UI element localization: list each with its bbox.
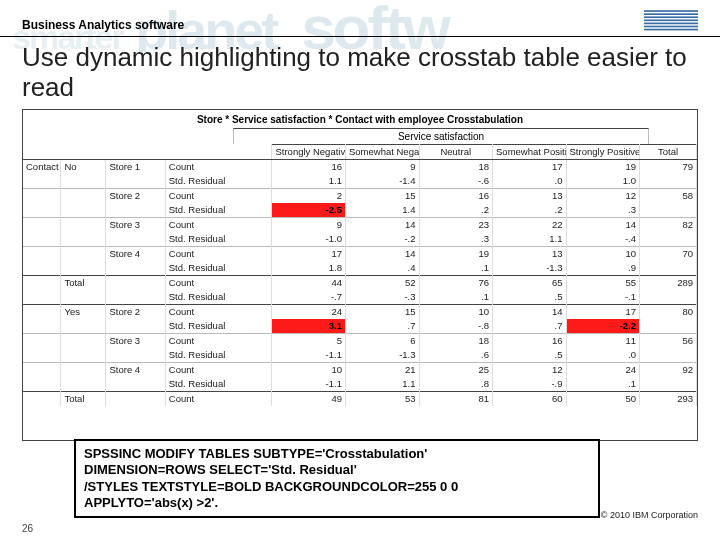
table-cell (106, 232, 165, 247)
table-cell: 15 (345, 304, 419, 319)
table-row: Std. Residual-1.0-.2.31.1-.4 (23, 232, 697, 247)
table-row: Std. Residual-1.11.1.8-.9.1 (23, 377, 697, 392)
table-cell: 60 (493, 391, 567, 406)
table-cell: 56 (640, 333, 697, 348)
table-cell: -1.3 (345, 348, 419, 363)
table-cell: Std. Residual (165, 261, 272, 276)
table-cell: -.2 (345, 232, 419, 247)
table-cell (23, 319, 61, 334)
svg-rect-0 (644, 10, 698, 12)
table-cell (106, 319, 165, 334)
table-cell (23, 304, 61, 319)
table-cell: -1.1 (272, 377, 346, 392)
table-cell (61, 348, 106, 363)
table-cell: 52 (345, 275, 419, 290)
table-cell (61, 377, 106, 392)
col-header: Somewhat Negative (345, 144, 419, 159)
table-cell: 58 (640, 188, 697, 203)
table-cell (23, 217, 61, 232)
table-cell: 21 (345, 362, 419, 377)
table-cell: Store 4 (106, 246, 165, 261)
table-cell: -.8 (419, 319, 493, 334)
table-cell: Store 1 (106, 159, 165, 174)
table-cell: 14 (345, 246, 419, 261)
table-cell (106, 290, 165, 305)
col-header: Strongly Positive (566, 144, 640, 159)
header: Business Analytics software (0, 0, 720, 37)
svg-rect-1 (644, 13, 698, 15)
table-cell: 23 (419, 217, 493, 232)
table-cell: Count (165, 159, 272, 174)
table-cell (640, 319, 697, 334)
table-cell: -.3 (345, 290, 419, 305)
table-cell: .7 (345, 319, 419, 334)
table-row: Std. Residual-.7-.3.1.5-.1 (23, 290, 697, 305)
col-header: Strongly Negative (272, 144, 346, 159)
table-cell: 15 (345, 188, 419, 203)
table-cell: 1.4 (345, 203, 419, 218)
table-cell: Count (165, 217, 272, 232)
table-cell (23, 362, 61, 377)
table-cell: 1.1 (493, 232, 567, 247)
table-cell (23, 261, 61, 276)
table-row: Std. Residual1.8.4.1-1.3.9 (23, 261, 697, 276)
table-cell: Count (165, 188, 272, 203)
table-cell: .3 (566, 203, 640, 218)
table-cell: Std. Residual (165, 232, 272, 247)
table-cell (23, 275, 61, 290)
table-cell: -1.3 (493, 261, 567, 276)
copyright: © 2010 IBM Corporation (601, 510, 698, 520)
col-header: Neutral (419, 144, 493, 159)
table-cell: 17 (566, 304, 640, 319)
code-line: APPLYTO='abs(x) >2'. (84, 495, 590, 511)
table-cell (106, 348, 165, 363)
table-cell (640, 377, 697, 392)
table-row: Store 3Count5618161156 (23, 333, 697, 348)
table-cell: -.4 (566, 232, 640, 247)
table-cell: 14 (566, 217, 640, 232)
table-cell: .0 (566, 348, 640, 363)
table-cell: 49 (272, 391, 346, 406)
table-cell: Store 3 (106, 333, 165, 348)
table-row: YesStore 2Count241510141780 (23, 304, 697, 319)
table-cell: -1.1 (272, 348, 346, 363)
table-cell (640, 174, 697, 189)
table-cell (640, 348, 697, 363)
table-cell: Store 3 (106, 217, 165, 232)
col-header: Somewhat Positive (493, 144, 567, 159)
table-cell (61, 203, 106, 218)
table-cell: 80 (640, 304, 697, 319)
table-cell (23, 174, 61, 189)
table-cell: Count (165, 333, 272, 348)
table-cell (23, 246, 61, 261)
svg-rect-3 (644, 19, 698, 21)
table-cell: Std. Residual (165, 377, 272, 392)
table-cell: 92 (640, 362, 697, 377)
table-cell (61, 188, 106, 203)
table-cell: 3.1 (272, 319, 346, 334)
table-cell: 1.1 (272, 174, 346, 189)
table-cell (61, 319, 106, 334)
table-cell (106, 377, 165, 392)
svg-rect-5 (644, 26, 698, 28)
table-cell: .1 (566, 377, 640, 392)
table-cell: 16 (272, 159, 346, 174)
table-cell: 81 (419, 391, 493, 406)
table-cell: 9 (272, 217, 346, 232)
table-cell: 16 (493, 333, 567, 348)
table-row: Std. Residual1.1-1.4-.6.01.0 (23, 174, 697, 189)
table-row: Std. Residual-2.51.4.2.2.3 (23, 203, 697, 218)
table-row: Store 2Count21516131258 (23, 188, 697, 203)
table-row: Std. Residual-1.1-1.3.6.5.0 (23, 348, 697, 363)
table-cell: 16 (419, 188, 493, 203)
table-cell: .9 (566, 261, 640, 276)
table-cell: 22 (493, 217, 567, 232)
svg-rect-2 (644, 16, 698, 18)
table-cell (23, 290, 61, 305)
table-cell: -1.4 (345, 174, 419, 189)
table-cell: -.9 (493, 377, 567, 392)
table-cell: -.6 (419, 174, 493, 189)
table-row: TotalCount4452766555289 (23, 275, 697, 290)
table-cell: No (61, 159, 106, 174)
table-cell: 25 (419, 362, 493, 377)
